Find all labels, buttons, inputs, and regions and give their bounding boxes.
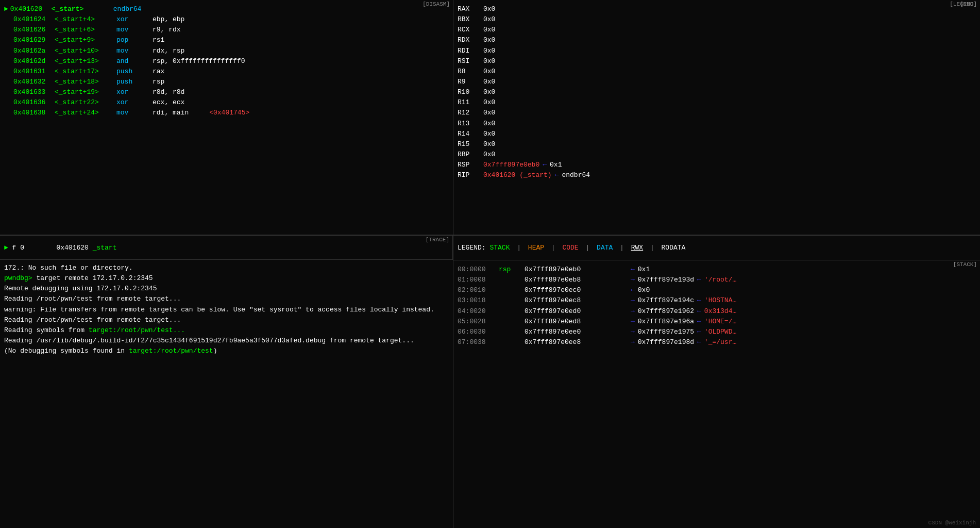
disasm-addr: 0x401632 [13,77,55,87]
disasm-addr: 0x401636 [13,97,55,108]
disasm-operands: rdx, rsp [153,46,184,56]
reg-row: R120x0 [458,108,976,118]
stack-arrow-left: ← [631,265,635,275]
stack-arrow-left: ← [697,306,701,317]
stack-row: 06:00300x7fff897e0ee0 → 0x7fff897e1975 ←… [458,327,976,337]
stack-reg-empty [499,285,525,295]
console-prompt: pwndbg> [4,274,32,282]
disasm-sym: <_start+22> [55,97,116,108]
legend-heap: HEAP [528,244,544,252]
disasm-operands: rsi [153,35,164,45]
disasm-mnemonic: pop [116,35,153,45]
reg-name: R10 [458,87,483,97]
disasm-addr: 0x40162a [13,46,55,56]
disasm-row: 0x401624 <_start+4> xor ebp, ebp [4,14,449,25]
disasm-operands: rsp [153,77,164,87]
disasm-sym: <_start+6> [55,25,116,35]
disasm-operands: ecx, ecx [153,97,184,108]
stack-comment: '/root/… [704,275,736,285]
reg-row: RSI0x0 [458,56,976,67]
disasm-sym: <_start+9> [55,35,116,45]
reg-row: RBX0x0 [458,14,976,25]
disasm-row: 0x401626 <_start+6> mov r9, rdx [4,25,449,35]
reg-row: R110x0 [458,97,976,108]
stack-reg-empty [499,275,525,285]
stack-dest: 0x7fff897e194c [638,295,694,306]
disasm-mnemonic: mov [116,46,153,56]
no-arrow [4,56,13,67]
stack-comment: 'OLDPWD… [704,327,736,337]
console-text-end: ) [213,347,217,355]
stack-arrow-left: ← [697,275,701,285]
stack-panel: [STACK] 00:0000 rsp 0x7fff897e0eb0 ← 0x1… [453,260,980,528]
trace-label: [TRACE] [426,237,449,243]
stack-comment: '_=/usr… [704,337,736,348]
reg-value: 0x0 [483,129,495,139]
stack-arrow-right: → [631,327,635,337]
console-row: (No debugging symbols found in target:/r… [4,346,449,356]
disasm-row: 0x401631 <_start+17> push rax [4,67,449,77]
stack-reg: rsp [499,265,525,275]
trace-content: ► f 0 0x401620 _start [4,244,116,252]
console-text: Reading symbols from [4,326,89,334]
disasm-row: ► 0x401620 <_start> endbr64 [4,4,449,14]
stack-comment: 0x313d4… [704,306,736,317]
legend-code: CODE [562,244,578,252]
stack-row: 00:0000 rsp 0x7fff897e0eb0 ← 0x1 [458,265,976,275]
disasm-row: 0x40162d <_start+13> and rsp, 0xffffffff… [4,56,449,67]
left-bottom-panel: [TRACE] ► f 0 0x401620 _start 172.: No s… [0,235,453,528]
no-arrow [4,97,13,108]
disasm-ref: <0x401745> [209,108,249,118]
stack-val: 0x7fff897e0ed0 [525,306,628,317]
reg-row: RBP0x0 [458,150,976,160]
console-row: Reading /root/pwn/test from remote targe… [4,294,449,304]
no-arrow [4,87,13,97]
console-panel: 172.: No such file or directory.pwndbg> … [0,260,453,528]
reg-row: R90x0 [458,77,976,87]
disasm-row: 0x401632 <_start+18> push rsp [4,77,449,87]
disasm-label: [DISASM] [423,1,450,7]
stack-label: [STACK] [953,261,977,268]
disasm-sym: <_start+10> [55,46,116,56]
reg-name: R13 [458,119,483,129]
stack-val: 0x7fff897e0ee8 [525,337,628,348]
disasm-operands: r8d, r8d [153,87,184,97]
stack-row: 05:00280x7fff897e0ed8 → 0x7fff897e196a ←… [458,317,976,327]
stack-arrow-left: ← [697,337,701,348]
reg-value: 0x0 [483,4,495,14]
disasm-addr: 0x401624 [13,14,55,25]
stack-arrow-left: ← [697,327,701,337]
disasm-sym: <_start+17> [55,67,116,77]
legend-panel: [LEGEND] LEGEND: STACK | HEAP | CODE | D… [453,236,980,260]
stack-idx: 00:0000 [458,265,499,275]
disasm-mnemonic: mov [116,108,153,118]
disasm-mnemonic: push [116,67,153,77]
stack-arrow-right: → [631,306,635,317]
reg-row: R130x0 [458,119,976,129]
stack-arrow-left: ← [697,295,701,306]
reg-row: RDI0x0 [458,46,976,56]
no-arrow [4,67,13,77]
disasm-sym: <_start+18> [55,77,116,87]
disasm-sym: <_start+19> [55,87,116,97]
trace-panel: [TRACE] ► f 0 0x401620 _start [0,235,453,260]
disasm-mnemonic: endbr64 [113,4,158,14]
no-arrow [4,46,13,56]
reg-row: RSP0x7fff897e0eb0 ← 0x1 [458,160,976,170]
watermark: CSDN @weixinjh [928,520,976,526]
console-cmd: target remote 172.17.0.2:2345 [32,274,153,282]
no-arrow [4,25,13,35]
disasm-addr: 0x401626 [13,25,55,35]
stack-arrow-left: ← [697,317,701,327]
disasm-addr: 0x401638 [13,108,55,118]
stack-content: 00:0000 rsp 0x7fff897e0eb0 ← 0x101:00080… [458,265,976,348]
reg-value: 0x0 [483,14,495,25]
reg-name: RAX [458,4,483,14]
stack-row: 01:00080x7fff897e0eb8 → 0x7fff897e193d ←… [458,275,976,285]
stack-idx: 07:0038 [458,337,499,348]
trace-frame: f 0 [12,244,57,252]
console-text: (No debugging symbols found in [4,347,129,355]
reg-value: 0x0 [483,139,495,150]
reg-name: RBP [458,150,483,160]
disasm-content: ► 0x401620 <_start> endbr64 0x401624 <_s… [4,4,449,119]
